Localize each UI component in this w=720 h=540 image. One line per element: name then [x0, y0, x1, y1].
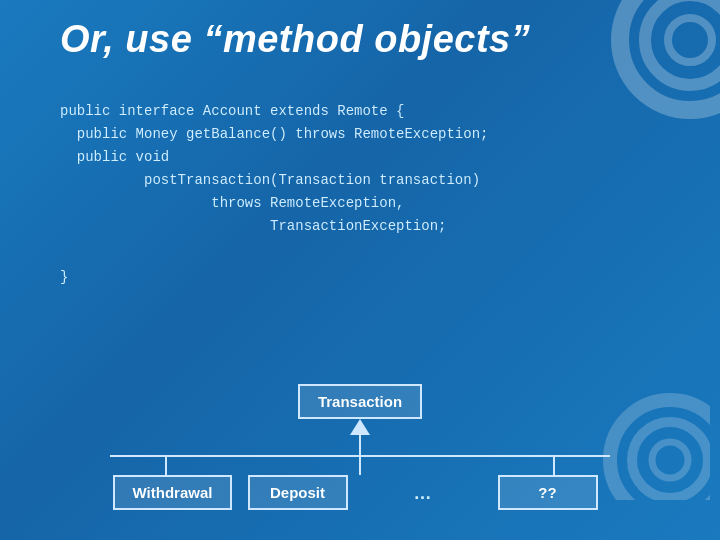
slide-title: Or, use “method objects”	[60, 18, 660, 61]
uml-bottom-row: Withdrawal Deposit … ??	[110, 475, 610, 510]
arrow-triangle	[350, 419, 370, 435]
uml-box-transaction: Transaction	[298, 384, 422, 419]
uml-arrow-up	[350, 419, 370, 455]
uml-box-deposit: Deposit	[248, 475, 348, 510]
code-line-1: public interface Account extends Remote …	[60, 100, 660, 123]
code-line-6: TransactionException;	[60, 215, 660, 238]
arrow-line-vertical	[359, 435, 361, 455]
uml-diagram: Transaction Withdrawal Deposit …	[60, 384, 660, 510]
uml-item-ellipsis: …	[360, 475, 485, 504]
code-line-4: postTransaction(Transaction transaction)	[60, 169, 660, 192]
svg-point-2	[668, 18, 712, 62]
uml-ellipsis-label: …	[414, 475, 432, 504]
code-block: public interface Account extends Remote …	[60, 100, 660, 289]
code-line-close: }	[60, 266, 660, 289]
uml-line-drop-left	[165, 455, 167, 475]
uml-item-withdrawal: Withdrawal	[110, 475, 235, 510]
code-line-3: public void	[60, 146, 660, 169]
slide-background: Or, use “method objects” public interfac…	[0, 0, 720, 540]
uml-item-question: ??	[485, 475, 610, 510]
uml-box-withdrawal: Withdrawal	[113, 475, 233, 510]
uml-line-drop-center	[359, 455, 361, 475]
uml-top-box-container: Transaction	[298, 384, 422, 419]
code-line-blank	[60, 239, 660, 262]
code-line-2: public Money getBalance() throws RemoteE…	[60, 123, 660, 146]
uml-line-drop-right	[553, 455, 555, 475]
uml-horizontal-line	[110, 455, 610, 457]
uml-box-question: ??	[498, 475, 598, 510]
uml-item-deposit: Deposit	[235, 475, 360, 510]
code-line-5: throws RemoteException,	[60, 192, 660, 215]
